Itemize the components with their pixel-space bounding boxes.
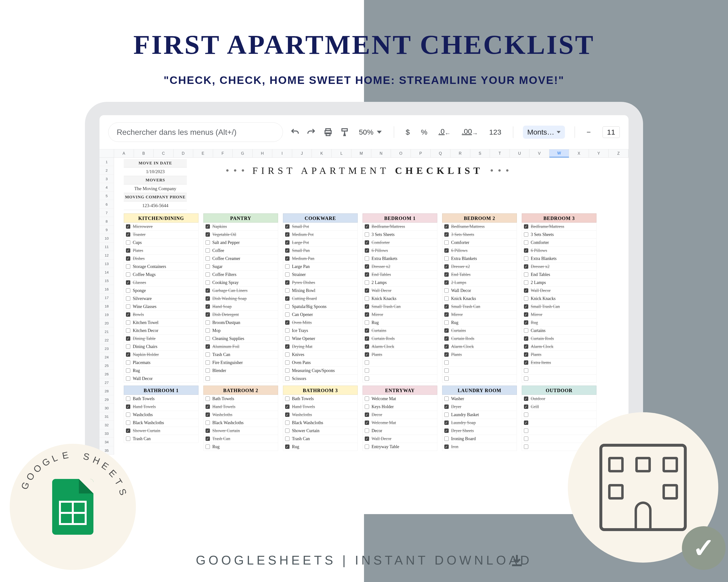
col-header-K[interactable]: K xyxy=(312,149,332,157)
checkbox[interactable] xyxy=(126,304,130,309)
checkbox[interactable] xyxy=(126,248,130,253)
checkbox[interactable] xyxy=(126,336,130,341)
checklist-item[interactable]: Dish Detergent xyxy=(204,311,278,318)
checklist-item[interactable]: 3 Sets Sheets xyxy=(522,231,596,239)
checklist-item[interactable]: Vegetable Oil xyxy=(204,231,278,239)
checkbox[interactable] xyxy=(285,288,289,293)
checkbox[interactable] xyxy=(444,437,449,441)
checklist-item[interactable]: Wall Decor xyxy=(363,435,437,443)
checkbox[interactable] xyxy=(524,344,528,349)
checkbox[interactable] xyxy=(206,288,210,293)
checkbox[interactable] xyxy=(126,320,130,325)
checklist-item[interactable]: Shower Curtain xyxy=(283,427,358,435)
row-header[interactable]: 30 xyxy=(100,404,114,412)
checkbox[interactable] xyxy=(206,232,210,237)
checkbox[interactable] xyxy=(285,296,289,301)
checkbox[interactable] xyxy=(206,428,210,433)
checkbox[interactable] xyxy=(444,264,449,269)
row-header[interactable]: 16 xyxy=(100,285,114,294)
checklist-item[interactable] xyxy=(522,375,596,383)
checkbox[interactable] xyxy=(285,304,289,309)
checklist-item[interactable]: Salt and Pepper xyxy=(204,239,278,247)
checklist-item[interactable]: Curtains xyxy=(442,327,517,335)
row-header[interactable]: 7 xyxy=(100,209,114,217)
col-header-Z[interactable]: Z xyxy=(608,149,628,157)
paint-format-button[interactable] xyxy=(340,126,349,138)
checkbox[interactable] xyxy=(524,396,528,401)
checkbox[interactable] xyxy=(524,240,528,245)
checkbox[interactable] xyxy=(524,413,528,417)
checklist-item[interactable]: Washer xyxy=(442,395,517,403)
row-header[interactable]: 13 xyxy=(100,259,114,268)
checkbox[interactable] xyxy=(206,437,210,441)
checklist-item[interactable] xyxy=(522,367,596,375)
checklist-item[interactable]: Decor xyxy=(363,411,437,419)
checklist-item[interactable]: 3 Sets Sheets xyxy=(442,231,517,239)
col-header-T[interactable]: T xyxy=(490,149,510,157)
checklist-item[interactable]: Wall Decor xyxy=(442,287,517,295)
checkbox[interactable] xyxy=(444,288,449,293)
checklist-item[interactable]: Knick Knacks xyxy=(442,295,517,303)
checklist-item[interactable]: Knives xyxy=(283,351,358,359)
checklist-item[interactable]: Small Trash Can xyxy=(522,303,596,311)
checkbox[interactable] xyxy=(206,444,210,449)
checkbox[interactable] xyxy=(365,336,369,341)
checklist-item[interactable]: Bowls xyxy=(124,311,198,318)
checklist-item[interactable]: Grill xyxy=(522,403,596,411)
checkbox[interactable] xyxy=(285,420,289,425)
checkbox[interactable] xyxy=(524,428,528,433)
checkbox[interactable] xyxy=(444,232,449,237)
checklist-item[interactable]: Mirror xyxy=(363,311,437,318)
checklist-item[interactable]: Mirror xyxy=(442,311,517,318)
checkbox[interactable] xyxy=(126,352,130,357)
checkbox[interactable] xyxy=(365,320,369,325)
checklist-item[interactable]: End Tables xyxy=(363,271,437,279)
decrease-decimal-button[interactable]: .0← xyxy=(437,127,452,137)
checkbox[interactable] xyxy=(126,377,130,381)
col-header-J[interactable]: J xyxy=(292,149,312,157)
checkbox[interactable] xyxy=(126,232,130,237)
checkbox[interactable] xyxy=(285,344,289,349)
checkbox[interactable] xyxy=(524,328,528,333)
checkbox[interactable] xyxy=(285,272,289,277)
checkbox[interactable] xyxy=(444,320,449,325)
col-header-N[interactable]: N xyxy=(371,149,391,157)
checklist-item[interactable]: Rug xyxy=(124,367,198,375)
checkbox[interactable] xyxy=(126,344,130,349)
col-header-I[interactable]: I xyxy=(272,149,292,157)
checklist-item[interactable]: Rug xyxy=(363,318,437,327)
checkbox[interactable] xyxy=(365,296,369,301)
checkbox[interactable] xyxy=(285,232,289,237)
checklist-item[interactable]: Napkins xyxy=(204,223,278,231)
increase-decimal-button[interactable]: .00→ xyxy=(460,127,480,137)
checkbox[interactable] xyxy=(365,368,369,373)
checklist-item[interactable]: Dining Table xyxy=(124,335,198,343)
col-header-W[interactable]: W xyxy=(549,149,569,157)
checkbox[interactable] xyxy=(285,444,289,449)
checkbox[interactable] xyxy=(206,360,210,365)
checkbox[interactable] xyxy=(524,232,528,237)
row-header[interactable]: 14 xyxy=(100,268,114,276)
checklist-item[interactable]: Plants xyxy=(522,351,596,359)
checklist-item[interactable]: Glasses xyxy=(124,279,198,287)
checkbox[interactable] xyxy=(524,336,528,341)
checkbox[interactable] xyxy=(285,413,289,417)
menu-search-input[interactable]: Rechercher dans les menus (Alt+/) xyxy=(108,122,283,142)
checkbox[interactable] xyxy=(365,396,369,401)
checklist-item[interactable]: Ice Trays xyxy=(283,327,358,335)
col-header-G[interactable]: G xyxy=(233,149,253,157)
col-header-O[interactable]: O xyxy=(391,149,411,157)
checklist-item[interactable]: Rug xyxy=(283,443,358,451)
checklist-item[interactable]: Shower Curtain xyxy=(124,427,198,435)
checkbox[interactable] xyxy=(206,256,210,261)
checkbox[interactable] xyxy=(524,437,528,441)
col-header-D[interactable]: D xyxy=(174,149,193,157)
checkbox[interactable] xyxy=(206,272,210,277)
col-header-M[interactable]: M xyxy=(352,149,371,157)
row-header[interactable]: 33 xyxy=(100,429,114,438)
checkbox[interactable] xyxy=(365,360,369,365)
currency-button[interactable]: $ xyxy=(404,128,412,136)
checklist-item[interactable]: Extra Blankets xyxy=(363,255,437,262)
row-header[interactable]: 20 xyxy=(100,319,114,327)
checklist-item[interactable]: Shower Curtain xyxy=(204,427,278,435)
